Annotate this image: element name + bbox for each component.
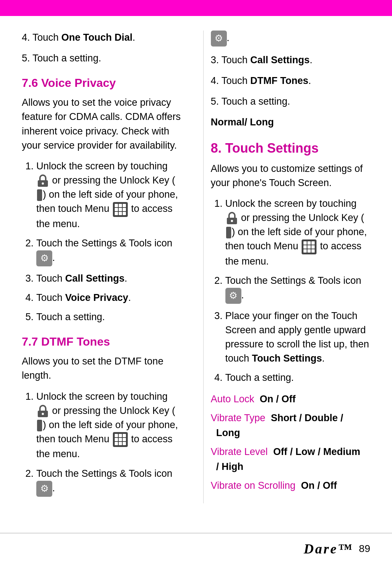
section-77-steps-list: Unlock the screen by touching or pressin… — [22, 390, 181, 497]
step4-one-touch-dial: 4. Touch One Touch Dial. — [22, 31, 181, 45]
section-8-step2: Touch the Settings & Tools icon . — [225, 274, 371, 304]
option-vibrate-type: Vibrate Type Short / Double / Long — [211, 411, 371, 440]
vibrate-scrolling-label: Vibrate on Scrolling — [211, 480, 296, 491]
svg-point-3 — [42, 413, 44, 415]
section-76-step3: Touch Call Settings. — [36, 271, 181, 286]
dtmf-tones-label: DTMF Tones — [250, 75, 309, 86]
side-button-icon — [37, 189, 42, 201]
section-8-step1: Unlock the screen by touching or pressin… — [225, 197, 371, 269]
touch-settings-label: Touch Settings — [252, 353, 322, 364]
section-76-step5: Touch a setting. — [36, 310, 181, 324]
lock-icon — [37, 174, 49, 188]
normal-long-label: Normal/ Long — [211, 115, 371, 129]
menu-grid-icon-8 — [302, 239, 317, 254]
auto-lock-value: On / Off — [260, 394, 296, 404]
svg-point-5 — [231, 220, 233, 222]
lock-icon-8 — [226, 212, 238, 225]
section-76-step2: Touch the Settings & Tools icon . — [36, 236, 181, 266]
auto-lock-label: Auto Lock — [211, 394, 254, 404]
section-77-step2: Touch the Settings & Tools icon . — [36, 467, 181, 497]
section-8-step3: Place your finger on the Touch Screen an… — [225, 309, 371, 366]
section-76-step4: Touch Voice Privacy. — [36, 291, 181, 305]
section-77-step1: Unlock the screen by touching or pressin… — [36, 390, 181, 462]
page-number: 89 — [359, 543, 370, 555]
call-settings-right-label: Call Settings — [250, 55, 310, 65]
section-76-step1: Unlock the screen by touching or pressin… — [36, 159, 181, 231]
section-8-heading: 8. Touch Settings — [211, 141, 371, 156]
settings-tools-icon-77 — [36, 481, 52, 497]
section-77-description: Allows you to set the DTMF tone length. — [22, 354, 181, 383]
vibrate-level-label: Vibrate Level — [211, 446, 268, 457]
left-column: 4. Touch One Touch Dial. 5. Touch a sett… — [22, 31, 189, 503]
side-button-icon-77 — [37, 420, 42, 431]
section-8-steps-list: Unlock the screen by touching or pressin… — [211, 197, 371, 385]
settings-icon-continuation: . — [211, 31, 371, 47]
options-list: Auto Lock On / Off Vibrate Type Short / … — [211, 392, 371, 493]
step5-touch-setting: 5. Touch a setting. — [22, 51, 181, 65]
settings-tools-icon-continuation — [211, 31, 227, 47]
right-column: . 3. Touch Call Settings. 4. Touch DTMF … — [203, 31, 371, 503]
footer: Dare™ 89 — [0, 533, 392, 564]
brand-logo: Dare™ — [304, 541, 353, 557]
settings-tools-icon-8 — [225, 288, 241, 304]
menu-grid-icon — [113, 202, 128, 217]
menu-grid-icon-77 — [113, 432, 128, 447]
section-8-description: Allows you to customize settings of your… — [211, 162, 371, 190]
section-77-heading: 7.7 DTMF Tones — [22, 335, 181, 349]
section-76-description: Allows you to set the voice privacy feat… — [22, 96, 181, 153]
top-bar — [0, 0, 392, 13]
call-settings-label: Call Settings — [65, 273, 125, 284]
option-vibrate-scrolling: Vibrate on Scrolling On / Off — [211, 478, 371, 493]
step3-call-settings: 3. Touch Call Settings. — [211, 53, 371, 67]
section-76-heading: 7.6 Voice Privacy — [22, 76, 181, 90]
section-76-steps-list: Unlock the screen by touching or pressin… — [22, 159, 181, 325]
voice-privacy-label: Voice Privacy — [65, 292, 128, 303]
vibrate-type-label: Vibrate Type — [211, 412, 266, 423]
settings-tools-icon — [36, 250, 52, 266]
side-button-icon-8 — [226, 227, 231, 238]
option-auto-lock: Auto Lock On / Off — [211, 392, 371, 407]
lock-icon-77 — [37, 405, 49, 418]
one-touch-dial-label: One Touch Dial — [61, 32, 132, 43]
option-vibrate-level: Vibrate Level Off / Low / Medium / High — [211, 444, 371, 474]
step5-touch-setting-right: 5. Touch a setting. — [211, 94, 371, 109]
section-8-step4: Touch a setting. — [225, 371, 371, 385]
svg-point-1 — [42, 182, 44, 185]
step4-dtmf-tones: 4. Touch DTMF Tones. — [211, 74, 371, 88]
vibrate-scrolling-value: On / Off — [301, 480, 337, 491]
pink-accent-line — [0, 13, 392, 16]
